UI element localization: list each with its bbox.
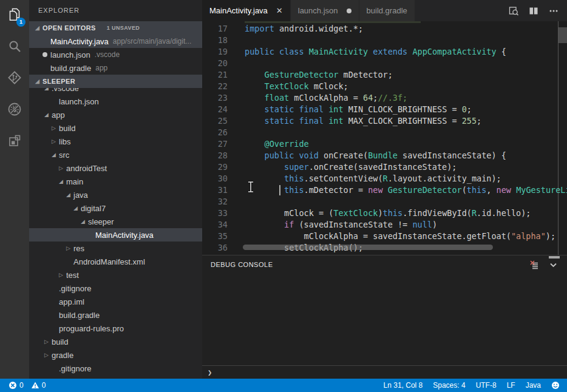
chevron-collapsed-icon[interactable]: ▷	[52, 125, 59, 131]
chevron-expanded-icon[interactable]: ◢	[73, 205, 81, 211]
chevron-expanded-icon[interactable]: ◢	[44, 112, 52, 118]
line-text	[228, 127, 245, 138]
chevron-collapsed-icon[interactable]: ▷	[59, 165, 66, 171]
code-line-17: 17import android.widget.*;	[202, 23, 567, 35]
close-icon[interactable]: ✕	[276, 6, 283, 15]
tree-item-build[interactable]: ▷build	[29, 121, 202, 135]
activitybar-item-search[interactable]	[0, 32, 29, 63]
vertical-scrollbar[interactable]	[559, 27, 567, 43]
smiley-icon[interactable]	[551, 381, 560, 390]
editor-actions	[508, 0, 567, 21]
code-editor[interactable]: 17import android.widget.*;1819public cla…	[202, 21, 567, 255]
tree-item-digital7[interactable]: ◢digital7	[29, 201, 202, 215]
status-item[interactable]: Spaces: 4	[433, 381, 465, 390]
tree-item-label: .gitignore	[59, 284, 91, 293]
open-editor-item[interactable]: build.gradleapp	[29, 61, 202, 75]
problems-warnings[interactable]: 0	[29, 381, 49, 390]
tree-item-test[interactable]: ▷test	[29, 268, 202, 282]
open-editors-header[interactable]: ◢ OPEN EDITORS 1 UNSAVED	[29, 21, 202, 35]
status-item[interactable]: LF	[507, 381, 515, 390]
activitybar-item-extensions[interactable]	[0, 126, 29, 158]
tree-item-res[interactable]: ▷res	[29, 242, 202, 255]
collapse-panel-icon[interactable]	[548, 260, 559, 270]
tab-MainActivity.java[interactable]: MainActivity.java✕	[202, 0, 291, 21]
chevron-expanded-icon[interactable]: ◢	[52, 152, 59, 158]
chevron-collapsed-icon[interactable]: ▷	[44, 339, 52, 345]
tree-item-label: java	[73, 191, 88, 200]
tree-item-gradle[interactable]: ▷gradle	[29, 348, 202, 362]
problems-errors[interactable]: 0	[6, 381, 26, 390]
warning-count: 0	[42, 381, 46, 390]
activitybar-badge: 1	[16, 18, 25, 27]
tab-launch.json[interactable]: launch.json	[291, 0, 359, 21]
tree-item-src[interactable]: ◢src	[29, 148, 202, 161]
chevron-collapsed-icon[interactable]: ▷	[59, 272, 66, 278]
open-editor-item[interactable]: MainActivity.javaapp/src/main/java/digit…	[29, 35, 202, 48]
tree-item-MainActivity.java[interactable]: MainActivity.java	[29, 228, 202, 242]
tree-item-label: digital7	[81, 204, 106, 213]
tree-item-app.iml[interactable]: app.iml	[29, 295, 202, 308]
chevron-expanded-icon[interactable]: ◢	[66, 192, 73, 198]
status-item[interactable]: Java	[526, 381, 541, 390]
chevron-collapsed-icon[interactable]: ▷	[66, 245, 73, 251]
tree-item-AndroidManifest.xml[interactable]: AndroidManifest.xml	[29, 255, 202, 268]
line-text	[228, 58, 245, 69]
code-line-29: 29 super.onCreate(savedInstanceState);	[202, 161, 567, 173]
code-line-20: 20	[202, 58, 567, 69]
tree-item-build[interactable]: ▷build	[29, 335, 202, 348]
chevron-expanded-icon[interactable]: ◢	[81, 218, 88, 225]
activitybar-item-source-control[interactable]	[0, 63, 29, 95]
line-text: @Override	[228, 138, 309, 150]
open-editor-item[interactable]: launch.json.vscode	[29, 48, 202, 61]
open-preview-icon[interactable]	[508, 5, 519, 16]
tree-item-main[interactable]: ◢main	[29, 175, 202, 188]
line-number: 29	[202, 161, 228, 173]
project-section-header[interactable]: ◢ SLEEPER	[29, 75, 202, 88]
line-number: 30	[202, 173, 228, 184]
split-editor-icon[interactable]	[528, 5, 539, 16]
tree-item-app[interactable]: ◢app	[29, 108, 202, 121]
status-item[interactable]: UTF-8	[476, 381, 497, 390]
tree-item-sleeper[interactable]: ◢sleeper	[29, 215, 202, 228]
tab-bar: MainActivity.java✕launch.jsonbuild.gradl…	[202, 0, 567, 21]
tree-item-java[interactable]: ◢java	[29, 188, 202, 201]
status-left: 0 0	[0, 381, 48, 390]
status-item[interactable]: Ln 31, Col 8	[384, 381, 423, 390]
code-line-27: 27 @Override	[202, 138, 567, 150]
more-actions-icon[interactable]	[548, 5, 559, 16]
tree-item-launch.json[interactable]: launch.json	[29, 95, 202, 108]
panel-title: DEBUG CONSOLE	[211, 261, 273, 268]
tree-item-androidTest[interactable]: ▷androidTest	[29, 161, 202, 175]
activitybar-item-explorer[interactable]: 1	[0, 0, 29, 32]
tree-item-.gitignore[interactable]: .gitignore	[29, 362, 202, 375]
status-right: Ln 31, Col 8Spaces: 4UTF-8LFJava	[384, 381, 567, 390]
chevron-expanded-icon[interactable]: ◢	[44, 88, 52, 91]
panel-actions	[529, 260, 559, 270]
tree-item-.vscode[interactable]: ◢.vscode	[29, 88, 202, 95]
horizontal-scrollbar[interactable]	[243, 245, 493, 250]
line-number: 35	[202, 231, 228, 242]
panel-scrollbar[interactable]	[549, 256, 560, 259]
tree-item-libs[interactable]: ▷libs	[29, 135, 202, 148]
tree-item-.gitignore[interactable]: .gitignore	[29, 282, 202, 295]
code-line-25: 25 static final int MAX_CLOCK_BRIGHTNESS…	[202, 115, 567, 127]
chevron-collapsed-icon[interactable]: ▷	[52, 138, 59, 144]
tree-item-label: .vscode	[52, 88, 79, 93]
line-text: static final int MIN_CLOCK_BRIGHTNESS = …	[228, 104, 472, 115]
tab-build.gradle[interactable]: build.gradle	[359, 0, 415, 21]
line-number: 17	[202, 23, 228, 35]
activitybar-item-debug[interactable]	[0, 95, 29, 126]
chevron-expanded-icon[interactable]: ◢	[59, 178, 66, 184]
line-number: 26	[202, 127, 228, 138]
explorer-sidebar: EXPLORER ◢ OPEN EDITORS 1 UNSAVED MainAc…	[29, 0, 202, 379]
clear-console-icon[interactable]	[529, 260, 540, 270]
debug-console-panel: DEBUG CONSOLE ❯	[202, 255, 567, 379]
tree-item-build.gradle[interactable]: build.gradle	[29, 308, 202, 322]
debug-console-input[interactable]: ❯	[202, 365, 567, 379]
line-text: this.mDetector = new GestureDetector(thi…	[228, 184, 567, 196]
chevron-collapsed-icon[interactable]: ▷	[44, 352, 52, 358]
line-text: if (savedInstanceState != null)	[228, 219, 437, 231]
tree-item-proguard-rules.pro[interactable]: proguard-rules.pro	[29, 322, 202, 335]
code-line-35: 35 mClockAlpha = savedInstanceState.getF…	[202, 231, 567, 242]
modified-dot-icon[interactable]	[347, 8, 351, 13]
